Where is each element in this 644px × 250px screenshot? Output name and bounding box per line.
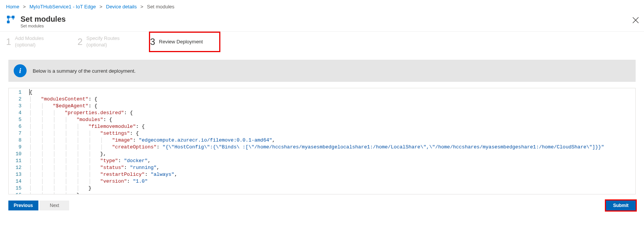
step-label: Add Modules(optional) xyxy=(15,35,44,48)
step-number: 3 xyxy=(150,37,155,47)
breadcrumb-current: Set modules xyxy=(147,4,174,10)
breadcrumb: Home > MyIoTHubService1 - IoT Edge > Dev… xyxy=(0,0,644,13)
info-banner: i Below is a summary of the current depl… xyxy=(8,60,636,82)
editor-gutter: 12345678910111213141516 xyxy=(9,88,26,194)
svg-rect-2 xyxy=(7,21,9,23)
step-label: Review Deployment xyxy=(159,39,203,45)
breadcrumb-details[interactable]: Device details xyxy=(106,4,137,10)
svg-rect-0 xyxy=(7,16,9,18)
breadcrumb-sep: > xyxy=(23,4,26,10)
info-text: Below is a summary of the current deploy… xyxy=(33,68,136,74)
step-add-modules[interactable]: 1 Add Modules(optional) xyxy=(6,32,78,52)
next-button[interactable]: Next xyxy=(40,201,69,210)
info-icon: i xyxy=(14,64,27,77)
close-icon[interactable] xyxy=(632,16,639,24)
page-title: Set modules xyxy=(21,15,66,24)
svg-rect-1 xyxy=(12,16,14,18)
step-specify-routes[interactable]: 2 Specify Routes(optional) xyxy=(78,32,149,52)
blade-header: Set modules Set modules xyxy=(0,13,644,32)
modules-icon xyxy=(6,15,17,25)
submit-button[interactable]: Submit xyxy=(606,201,636,210)
step-label: Specify Routes(optional) xyxy=(86,35,119,48)
breadcrumb-sep: > xyxy=(100,4,103,10)
breadcrumb-service[interactable]: MyIoTHubService1 - IoT Edge xyxy=(30,4,96,10)
editor-code[interactable]: {│ "modulesContent": {│ │ "$edgeAgent": … xyxy=(26,88,635,194)
step-number: 1 xyxy=(6,37,11,47)
breadcrumb-sep: > xyxy=(141,4,144,10)
previous-button[interactable]: Previous xyxy=(8,201,38,210)
step-number: 2 xyxy=(78,37,82,47)
footer-buttons: Previous Next Submit xyxy=(0,194,644,217)
step-review-deployment[interactable]: 3 Review Deployment xyxy=(149,32,220,52)
breadcrumb-home[interactable]: Home xyxy=(6,4,19,10)
wizard-steps: 1 Add Modules(optional) 2 Specify Routes… xyxy=(0,32,644,52)
page-subtitle: Set modules xyxy=(21,24,66,28)
json-editor[interactable]: 12345678910111213141516 {│ "modulesConte… xyxy=(8,88,636,194)
